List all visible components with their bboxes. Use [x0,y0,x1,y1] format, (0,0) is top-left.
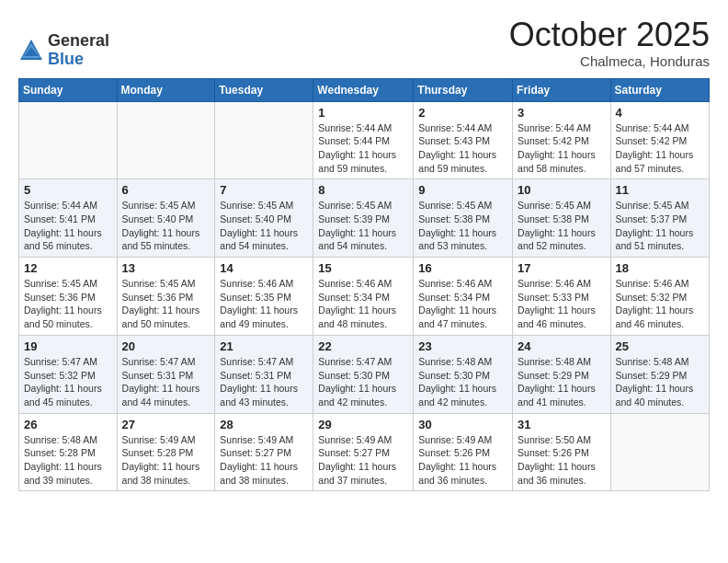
logo-icon [18,38,44,63]
calendar-table: Sunday Monday Tuesday Wednesday Thursday… [18,78,710,492]
day-info: Sunrise: 5:45 AM Sunset: 5:36 PM Dayligh… [122,277,210,331]
table-row: 23Sunrise: 5:48 AM Sunset: 5:30 PM Dayli… [414,335,513,413]
header-tuesday: Tuesday [215,78,313,101]
day-number: 7 [220,183,308,197]
day-info: Sunrise: 5:48 AM Sunset: 5:29 PM Dayligh… [518,355,606,409]
day-number: 8 [318,183,408,197]
day-number: 10 [518,183,606,197]
day-info: Sunrise: 5:44 AM Sunset: 5:42 PM Dayligh… [616,121,704,176]
day-info: Sunrise: 5:44 AM Sunset: 5:43 PM Dayligh… [418,121,507,176]
day-info: Sunrise: 5:47 AM Sunset: 5:31 PM Dayligh… [122,355,210,409]
day-number: 16 [418,261,507,275]
day-info: Sunrise: 5:46 AM Sunset: 5:35 PM Dayligh… [220,277,308,331]
day-info: Sunrise: 5:45 AM Sunset: 5:38 PM Dayligh… [518,199,606,253]
day-info: Sunrise: 5:44 AM Sunset: 5:41 PM Dayligh… [24,199,112,253]
day-number: 1 [318,106,408,120]
day-number: 12 [24,261,112,275]
header-sunday: Sunday [19,78,118,101]
table-row: 2Sunrise: 5:44 AM Sunset: 5:43 PM Daylig… [414,101,513,179]
day-number: 5 [24,183,112,197]
day-info: Sunrise: 5:46 AM Sunset: 5:34 PM Dayligh… [418,277,507,331]
day-info: Sunrise: 5:45 AM Sunset: 5:40 PM Dayligh… [122,199,210,253]
table-row: 27Sunrise: 5:49 AM Sunset: 5:28 PM Dayli… [117,413,215,491]
day-number: 17 [518,261,606,275]
day-number: 11 [616,183,704,197]
day-number: 19 [24,339,112,353]
day-number: 27 [122,418,210,431]
day-number: 4 [616,106,704,120]
calendar-week-row: 26Sunrise: 5:48 AM Sunset: 5:28 PM Dayli… [19,413,710,491]
day-number: 14 [220,261,308,275]
day-number: 25 [616,339,704,353]
table-row: 31Sunrise: 5:50 AM Sunset: 5:26 PM Dayli… [513,413,611,491]
table-row: 4Sunrise: 5:44 AM Sunset: 5:42 PM Daylig… [610,101,709,179]
table-row: 24Sunrise: 5:48 AM Sunset: 5:29 PM Dayli… [513,335,611,413]
table-row: 14Sunrise: 5:46 AM Sunset: 5:35 PM Dayli… [215,258,313,336]
day-info: Sunrise: 5:50 AM Sunset: 5:26 PM Dayligh… [518,433,606,488]
day-info: Sunrise: 5:49 AM Sunset: 5:26 PM Dayligh… [418,433,507,488]
day-info: Sunrise: 5:47 AM Sunset: 5:32 PM Dayligh… [24,355,112,409]
table-row: 19Sunrise: 5:47 AM Sunset: 5:32 PM Dayli… [19,335,118,413]
day-info: Sunrise: 5:46 AM Sunset: 5:33 PM Dayligh… [518,277,606,331]
location: Chalmeca, Honduras [509,53,710,69]
table-row: 16Sunrise: 5:46 AM Sunset: 5:34 PM Dayli… [414,258,513,336]
day-number: 28 [220,418,308,431]
day-info: Sunrise: 5:45 AM Sunset: 5:39 PM Dayligh… [318,199,408,253]
day-info: Sunrise: 5:45 AM Sunset: 5:40 PM Dayligh… [220,199,308,253]
day-info: Sunrise: 5:46 AM Sunset: 5:32 PM Dayligh… [616,277,704,331]
day-number: 3 [518,106,606,120]
day-number: 22 [318,339,408,353]
table-row: 13Sunrise: 5:45 AM Sunset: 5:36 PM Dayli… [117,258,215,336]
day-number: 18 [616,261,704,275]
month-title: October 2025 [509,17,710,53]
table-row: 26Sunrise: 5:48 AM Sunset: 5:28 PM Dayli… [19,413,118,491]
day-number: 15 [318,261,408,275]
title-block: October 2025 Chalmeca, Honduras [509,17,710,69]
day-number: 6 [122,183,210,197]
day-number: 21 [220,339,308,353]
weekday-header-row: Sunday Monday Tuesday Wednesday Thursday… [19,78,710,101]
day-info: Sunrise: 5:48 AM Sunset: 5:29 PM Dayligh… [616,355,704,409]
table-row: 20Sunrise: 5:47 AM Sunset: 5:31 PM Dayli… [117,335,215,413]
day-info: Sunrise: 5:48 AM Sunset: 5:30 PM Dayligh… [418,355,507,409]
header-friday: Friday [513,78,611,101]
table-row: 17Sunrise: 5:46 AM Sunset: 5:33 PM Dayli… [513,258,611,336]
day-info: Sunrise: 5:48 AM Sunset: 5:28 PM Dayligh… [24,433,112,488]
day-info: Sunrise: 5:46 AM Sunset: 5:34 PM Dayligh… [318,277,408,331]
table-row: 11Sunrise: 5:45 AM Sunset: 5:37 PM Dayli… [610,179,709,258]
table-row: 9Sunrise: 5:45 AM Sunset: 5:38 PM Daylig… [414,179,513,258]
table-row: 3Sunrise: 5:44 AM Sunset: 5:42 PM Daylig… [513,101,611,179]
day-number: 31 [518,418,606,431]
logo-text: General Blue [48,32,109,69]
day-number: 23 [418,339,507,353]
day-info: Sunrise: 5:45 AM Sunset: 5:36 PM Dayligh… [24,277,112,331]
table-row [117,101,215,179]
day-info: Sunrise: 5:49 AM Sunset: 5:28 PM Dayligh… [122,433,210,488]
day-number: 24 [518,339,606,353]
calendar-week-row: 1Sunrise: 5:44 AM Sunset: 5:44 PM Daylig… [19,101,710,179]
logo-general: General [48,32,109,51]
table-row: 1Sunrise: 5:44 AM Sunset: 5:44 PM Daylig… [313,101,414,179]
day-number: 20 [122,339,210,353]
table-row: 30Sunrise: 5:49 AM Sunset: 5:26 PM Dayli… [414,413,513,491]
table-row [610,413,709,491]
table-row [19,101,118,179]
day-info: Sunrise: 5:44 AM Sunset: 5:44 PM Dayligh… [318,121,408,176]
day-info: Sunrise: 5:44 AM Sunset: 5:42 PM Dayligh… [518,121,606,176]
day-number: 26 [24,418,112,431]
day-number: 29 [318,418,408,431]
logo-blue: Blue [48,51,109,69]
calendar-page: General Blue October 2025 Chalmeca, Hond… [0,0,728,563]
table-row: 25Sunrise: 5:48 AM Sunset: 5:29 PM Dayli… [610,335,709,413]
table-row: 22Sunrise: 5:47 AM Sunset: 5:30 PM Dayli… [313,335,414,413]
day-info: Sunrise: 5:45 AM Sunset: 5:37 PM Dayligh… [616,199,704,253]
header-thursday: Thursday [414,78,513,101]
header-monday: Monday [117,78,215,101]
calendar-week-row: 19Sunrise: 5:47 AM Sunset: 5:32 PM Dayli… [19,335,710,413]
header-saturday: Saturday [610,78,709,101]
day-info: Sunrise: 5:47 AM Sunset: 5:30 PM Dayligh… [318,355,408,409]
table-row: 6Sunrise: 5:45 AM Sunset: 5:40 PM Daylig… [117,179,215,258]
table-row: 10Sunrise: 5:45 AM Sunset: 5:38 PM Dayli… [513,179,611,258]
table-row: 21Sunrise: 5:47 AM Sunset: 5:31 PM Dayli… [215,335,313,413]
logo: General Blue [18,32,109,69]
